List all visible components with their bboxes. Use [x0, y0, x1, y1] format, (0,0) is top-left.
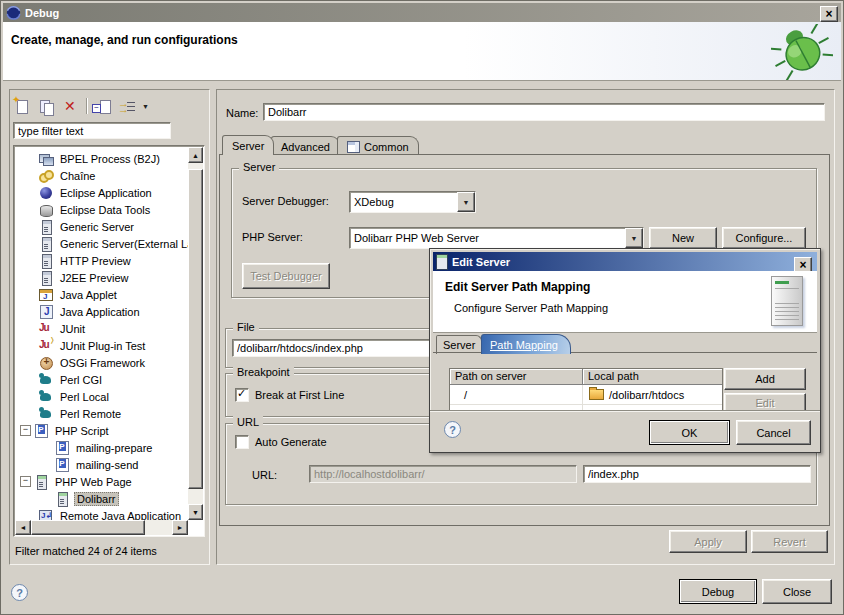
php-file-icon: [55, 441, 70, 455]
new-server-button[interactable]: New: [649, 227, 717, 249]
tree-item[interactable]: Perl Remote: [15, 405, 188, 422]
edit-server-banner: Edit Server Path Mapping Configure Serve…: [433, 271, 817, 333]
debug-window: Debug × Create, manage, and run configur…: [0, 0, 844, 615]
tree-item[interactable]: OSGi Framework: [15, 354, 188, 371]
tree-item[interactable]: JUnit Plug-in Test: [15, 337, 188, 354]
collapse-expander-icon[interactable]: −: [20, 425, 31, 436]
tree-item[interactable]: Chaîne: [15, 167, 188, 184]
collapse-all-icon[interactable]: −: [94, 98, 111, 115]
tree-item[interactable]: mailing-prepare: [15, 439, 188, 456]
revert-button[interactable]: Revert: [751, 530, 828, 553]
tree-item[interactable]: Java Application: [15, 303, 188, 320]
tree-item[interactable]: mailing-send: [15, 456, 188, 473]
tree-item[interactable]: Eclipse Application: [15, 184, 188, 201]
apply-button[interactable]: Apply: [669, 530, 747, 553]
local-path-cell: /dolibarr/htdocs: [583, 389, 722, 401]
junit-icon: [39, 322, 54, 336]
add-mapping-button[interactable]: Add: [724, 368, 806, 390]
header-banner: Create, manage, and run configurations: [3, 22, 841, 81]
auto-generate-checkbox[interactable]: [235, 435, 249, 449]
edit-server-titlebar[interactable]: Edit Server ×: [433, 252, 817, 271]
tab-server[interactable]: Server: [222, 135, 274, 155]
tree-item[interactable]: −PHP Script: [15, 422, 188, 439]
scroll-up-icon[interactable]: ▲: [188, 147, 203, 163]
path-on-server-cell: /: [450, 385, 583, 404]
database-icon: [39, 203, 54, 217]
chevron-down-icon[interactable]: ▼: [625, 228, 643, 248]
edit-server-title: Edit Server: [452, 256, 510, 268]
column-path-on-server[interactable]: Path on server: [450, 369, 583, 385]
url-base-input[interactable]: [309, 465, 577, 483]
tree-item[interactable]: J2EE Preview: [15, 269, 188, 286]
chevron-down-icon[interactable]: ▼: [457, 192, 475, 212]
configurations-sidebar: ✦ ✕ − →→ ▼ BPEL Process (B2J) Chaîne Ecl…: [9, 89, 210, 565]
tree-item[interactable]: Eclipse Data Tools: [15, 201, 188, 218]
name-input[interactable]: [263, 103, 825, 121]
server-icon: [39, 271, 54, 285]
edit-server-subheading: Configure Server Path Mapping: [454, 302, 608, 314]
configure-button[interactable]: Configure...: [722, 227, 806, 249]
tree-item[interactable]: Generic Server(External La: [15, 235, 188, 252]
tree-item[interactable]: Generic Server: [15, 218, 188, 235]
configuration-tree: BPEL Process (B2J) Chaîne Eclipse Applic…: [13, 145, 205, 537]
perl-icon: [39, 407, 54, 421]
window-close-button[interactable]: ×: [820, 6, 838, 22]
help-icon[interactable]: ?: [11, 584, 28, 601]
new-configuration-icon[interactable]: ✦: [14, 98, 31, 115]
perl-icon: [39, 373, 54, 387]
tree-vertical-scrollbar[interactable]: ▲ ▼: [188, 147, 203, 520]
table-icon: [347, 141, 360, 153]
tab-common[interactable]: Common: [337, 136, 419, 156]
filter-icon[interactable]: →→: [118, 98, 135, 115]
table-row[interactable]: / /dolibarr/htdocs: [450, 385, 722, 405]
remote-java-icon: [39, 509, 54, 521]
tab-advanced[interactable]: Advanced: [271, 136, 340, 156]
name-label: Name:: [226, 107, 258, 119]
scroll-right-icon[interactable]: ►: [172, 520, 188, 535]
tree-item[interactable]: Perl Local: [15, 388, 188, 405]
debug-bug-icon: [771, 24, 833, 80]
osgi-framework-icon: [39, 356, 54, 370]
close-button[interactable]: Close: [762, 579, 832, 604]
server-icon: [39, 254, 54, 268]
php-web-page-icon: [55, 492, 70, 506]
server-icon: [39, 220, 54, 234]
break-first-line-checkbox[interactable]: [235, 388, 249, 402]
help-icon[interactable]: ?: [444, 421, 461, 438]
sidebar-toolbar: ✦ ✕ − →→ ▼: [14, 95, 149, 117]
php-server-combo[interactable]: Dolibarr PHP Web Server ▼: [349, 227, 644, 249]
server-debugger-combo[interactable]: XDebug ▼: [349, 191, 476, 213]
ok-button[interactable]: OK: [649, 420, 730, 445]
tree-item[interactable]: Java Applet: [15, 286, 188, 303]
scroll-left-icon[interactable]: ◄: [15, 520, 31, 535]
tree-item[interactable]: HTTP Preview: [15, 252, 188, 269]
filter-status-text: Filter matched 24 of 24 items: [15, 545, 157, 557]
edit-server-dialog: Edit Server × Edit Server Path Mapping C…: [429, 248, 821, 453]
debug-button[interactable]: Debug: [679, 579, 757, 604]
filter-input[interactable]: [13, 122, 171, 139]
tree-item[interactable]: Perl CGI: [15, 371, 188, 388]
tree-item-selected[interactable]: Dolibarr: [15, 490, 188, 507]
tree-horizontal-scrollbar[interactable]: ◄ ►: [15, 520, 188, 535]
window-titlebar[interactable]: Debug ×: [3, 3, 841, 22]
tree-item[interactable]: JUnit: [15, 320, 188, 337]
dialog-tab-path-mapping[interactable]: Path Mapping: [481, 334, 571, 354]
collapse-expander-icon[interactable]: −: [20, 476, 31, 487]
duplicate-configuration-icon[interactable]: [38, 98, 55, 115]
eclipse-application-icon: [39, 186, 54, 200]
table-header-row: Path on server Local path: [450, 369, 722, 385]
delete-configuration-icon[interactable]: ✕: [62, 98, 79, 115]
tree-item[interactable]: −PHP Web Page: [15, 473, 188, 490]
tree-item[interactable]: BPEL Process (B2J): [15, 150, 188, 167]
server-tower-image: [771, 276, 803, 326]
tree-item[interactable]: Remote Java Application: [15, 507, 188, 520]
edit-server-heading: Edit Server Path Mapping: [445, 280, 590, 294]
filter-menu-dropdown-icon[interactable]: ▼: [142, 103, 149, 110]
test-debugger-button[interactable]: Test Debugger: [242, 263, 330, 289]
url-path-input[interactable]: [583, 465, 811, 483]
url-label: URL:: [252, 469, 277, 481]
scroll-down-icon[interactable]: ▼: [188, 504, 203, 520]
eclipse-icon: [6, 5, 21, 20]
column-local-path[interactable]: Local path: [583, 369, 722, 385]
cancel-button[interactable]: Cancel: [736, 420, 811, 445]
